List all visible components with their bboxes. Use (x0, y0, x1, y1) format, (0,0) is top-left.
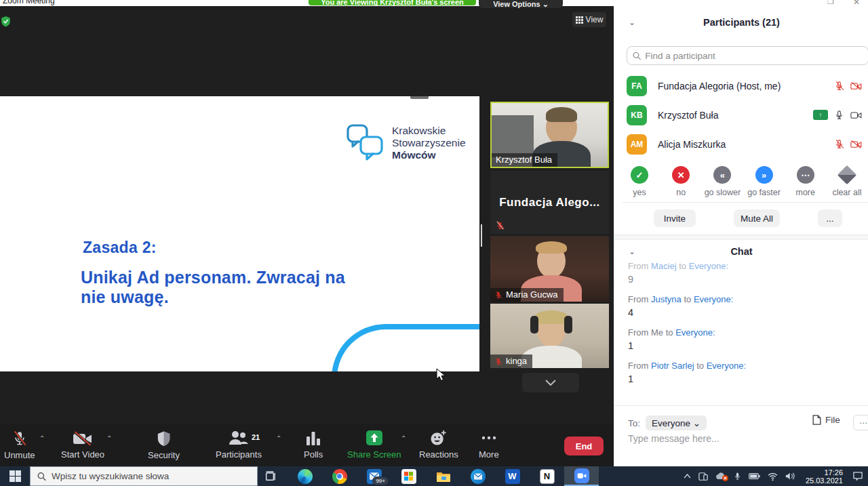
onedrive-icon[interactable]: ✕ (715, 472, 726, 480)
onedrive-error-badge: ✕ (722, 475, 728, 481)
taskbar-app-store[interactable] (391, 466, 426, 486)
shared-screen: Krakowskie Stowarzyszenie Mówców Zasada … (0, 96, 479, 371)
logo-text: Krakowskie Stowarzyszenie Mówców (392, 125, 466, 161)
avatar: FA (627, 76, 647, 96)
more-button[interactable]: More (479, 430, 499, 460)
taskbar-app-outlook[interactable] (460, 466, 495, 486)
file-button[interactable]: File (812, 415, 840, 425)
window-close-button[interactable]: ✕ (853, 0, 860, 7)
speech-bubbles-logo-icon (346, 123, 384, 163)
feedback-more[interactable]: ⋯ more (786, 166, 825, 197)
view-button[interactable]: View (572, 12, 606, 27)
action-center-icon[interactable] (853, 472, 863, 481)
camera-off-icon (850, 81, 862, 91)
video-tile-fundacja[interactable]: Fundacja Alego... (490, 171, 609, 234)
security-label: Security (148, 450, 180, 460)
battery-icon[interactable] (749, 472, 760, 480)
wifi-icon[interactable] (768, 472, 778, 481)
reactions-smiley-icon (430, 430, 447, 446)
recipient-link[interactable]: Everyone: (707, 361, 747, 371)
participant-row[interactable]: AM Alicja Miszkurka (614, 129, 868, 159)
security-button[interactable]: Security (148, 430, 180, 460)
feedback-yes[interactable]: ✓ yes (620, 166, 659, 197)
recipient-link[interactable]: Everyone: (675, 327, 715, 338)
chat-message-list: From Maciej to Everyone: 9 From Justyna … (628, 261, 859, 394)
video-tile-maria[interactable]: Maria Gucwa (490, 236, 609, 302)
slide-heading: Zasada 2: (83, 239, 157, 257)
sender-link[interactable]: Me (651, 327, 663, 338)
taskbar-app-edge[interactable] (288, 466, 322, 486)
taskbar-app-mail[interactable]: 99+ (357, 466, 391, 486)
taskbar-apps: 99+ W N (288, 466, 599, 486)
your-phone-icon[interactable] (698, 472, 708, 481)
share-screen-button[interactable]: Share Screen (347, 430, 401, 460)
unmute-button[interactable]: Unmute (4, 430, 35, 460)
participant-search-box[interactable] (627, 46, 868, 65)
clock-date: 25.03.2021 (806, 477, 843, 485)
sender-link[interactable]: Justyna (651, 294, 682, 304)
zoom-app-icon (574, 468, 589, 483)
participants-options-caret[interactable]: ⌃ (276, 434, 281, 442)
feedback-no[interactable]: ✕ no (661, 166, 701, 197)
video-tile-krzysztof[interactable]: Krzysztof Buła (490, 102, 609, 168)
end-meeting-button[interactable]: End (564, 437, 604, 455)
start-button[interactable] (0, 466, 30, 486)
video-options-caret[interactable]: ⌃ (106, 434, 112, 442)
taskbar-app-notion[interactable]: N (530, 466, 564, 486)
tray-mic-icon[interactable] (734, 471, 741, 481)
recipient-dropdown[interactable]: Everyone ⌄ (646, 416, 707, 430)
chat-message: From Justyna to Everyone: 4 (628, 294, 859, 318)
window-restore-button[interactable]: ❐ (827, 0, 834, 6)
share-options-caret[interactable]: ⌃ (401, 434, 406, 442)
sender-link[interactable]: Piotr Sarlej (651, 361, 694, 371)
chat-more-button[interactable]: ⋯ (853, 415, 868, 430)
windows-taskbar: 99+ W N (0, 466, 868, 486)
tray-expand-chevron[interactable] (684, 474, 691, 479)
encryption-shield-icon (1, 16, 11, 27)
word-icon: W (505, 469, 520, 484)
taskbar-app-zoom[interactable] (564, 466, 599, 486)
participant-row[interactable]: FA Fundacja Alegoria (Host, me) (614, 71, 868, 100)
mail-unread-badge: 99+ (372, 477, 389, 485)
divider (614, 405, 868, 406)
reactions-button[interactable]: Reactions (419, 430, 458, 460)
task-view-button[interactable] (258, 466, 282, 486)
recipient-link[interactable]: Everyone: (694, 294, 734, 304)
start-video-button[interactable]: Start Video (61, 431, 104, 460)
taskbar-search-input[interactable] (52, 471, 250, 481)
mic-options-caret[interactable]: ⌃ (39, 434, 45, 442)
video-tile-kinga[interactable]: kinga (490, 304, 609, 368)
collapse-thumbnails-button[interactable] (522, 373, 579, 392)
participant-search-input[interactable] (645, 51, 863, 61)
feedback-clear-all[interactable]: clear all (827, 166, 867, 197)
participants-label: Participants (216, 449, 262, 460)
taskbar-clock[interactable]: 17:26 25.03.2021 (806, 468, 843, 485)
more-label: More (479, 449, 499, 460)
sender-link[interactable]: Maciej (651, 261, 677, 271)
panel-divider-handle[interactable] (481, 224, 482, 247)
taskbar-search-box[interactable] (30, 466, 258, 486)
mute-all-button[interactable]: Mute All (734, 209, 780, 227)
mic-muted-icon (834, 81, 844, 91)
taskbar-app-word[interactable]: W (495, 466, 530, 486)
participant-row[interactable]: KB Krzysztof Buła ↑ (614, 100, 868, 129)
invite-button[interactable]: Invite (654, 209, 696, 227)
participants-panel-title: Participants (21) (614, 17, 868, 28)
mic-muted-icon (834, 139, 844, 149)
recipient-link[interactable]: Everyone: (689, 261, 729, 271)
taskbar-app-explorer[interactable] (426, 466, 460, 486)
chat-message-input[interactable] (628, 433, 859, 444)
organization-logo: Krakowskie Stowarzyszenie Mówców (346, 123, 466, 163)
polls-button[interactable]: Polls (304, 430, 323, 460)
grid-view-icon (576, 16, 583, 24)
volume-icon[interactable] (785, 472, 795, 481)
mic-muted-icon (12, 430, 27, 447)
task-view-icon (264, 471, 275, 482)
view-options-button[interactable]: View Options ⌄ (479, 0, 563, 8)
feedback-go-slower[interactable]: « go slower (703, 166, 742, 197)
feedback-go-faster[interactable]: » go faster (745, 166, 784, 197)
tile-name-label: Krzysztof Buła (492, 153, 557, 167)
search-icon (37, 472, 46, 481)
taskbar-app-chrome[interactable] (322, 466, 357, 486)
participants-more-button[interactable]: ... (818, 209, 842, 227)
